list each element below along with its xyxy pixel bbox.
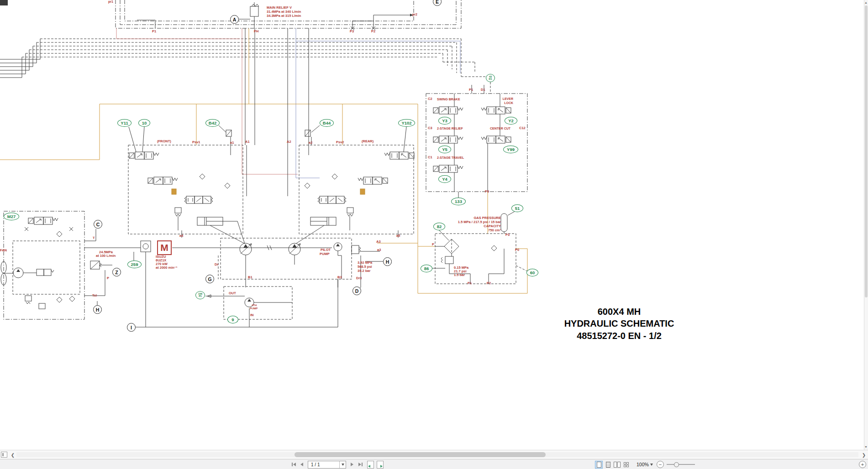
diagram-label: (REAR) (362, 140, 374, 143)
title-line-3: 48515272-0 EN - 1/2 (553, 330, 685, 342)
diagram-label: B3 (337, 276, 342, 279)
diagram-label: 34.3MPa at 315 L/min (267, 14, 301, 18)
diagram-label: 1.5 bar (454, 273, 465, 277)
diagram-label: P3 (505, 233, 510, 237)
diagram-label: 2-STAGE RELIEF (437, 127, 463, 130)
first-page-button[interactable] (289, 460, 298, 469)
diagram-label: IN (250, 313, 254, 317)
diagram-label: C3 (428, 126, 432, 130)
continuous-facing-icon (624, 462, 629, 467)
scroll-down-icon[interactable]: ▼ (864, 445, 868, 449)
diagram-label: at 100 L/min (96, 254, 116, 258)
circuit-point-badge-G: G (205, 275, 214, 283)
diagram-label: P1 (468, 281, 472, 285)
diagram-label: P0 (485, 190, 489, 193)
single-page-view-button[interactable] (595, 461, 603, 469)
diagram-label: CAPACITY (484, 224, 501, 228)
diagram-label: 3.92 MPa (358, 261, 372, 265)
diagram-label: LOCK (504, 101, 513, 104)
diagram-label: Dr (215, 263, 218, 266)
single-page-icon (597, 462, 601, 468)
zoom-slider[interactable] (667, 461, 695, 468)
diagram-label: pr2 (412, 13, 417, 16)
zoom-level-value[interactable]: 100% (637, 462, 649, 467)
diagram-label: OUT (229, 292, 236, 295)
diagram-label: a3 (377, 248, 381, 252)
component-badge-Y102: Y102 (398, 119, 415, 127)
diagram-label: CENTER CUT (490, 127, 510, 130)
zoom-level-dropdown[interactable]: 100% (637, 462, 653, 467)
document-canvas: MAIN RELIEF V31.4MPa at 340 L/min34.3MPa… (0, 0, 868, 450)
previous-view-button[interactable] (367, 461, 374, 469)
diagram-label: P1 (152, 30, 156, 33)
diagram-label: 39.2 bar (358, 269, 370, 273)
component-badge-Y99: Y99 (503, 146, 518, 153)
facing-view-button[interactable] (613, 461, 621, 469)
continuous-facing-view-button[interactable] (622, 461, 630, 469)
component-badge-Y5: Y5 (438, 146, 451, 153)
page-dropdown-icon[interactable] (339, 461, 346, 468)
previous-view-arrow-icon (368, 465, 370, 468)
diagram-label: MAIN RELIEF V (267, 6, 292, 10)
scroll-up-icon[interactable]: ▲ (864, 0, 868, 5)
diagram-label: a2 (309, 141, 312, 145)
component-badge-B44: B44 (320, 119, 334, 127)
diagram-label: pr1 (108, 0, 113, 3)
diagram-label: C1 (428, 156, 432, 159)
facing-pages-icon (614, 462, 621, 468)
diagram-label: P (107, 276, 109, 280)
next-view-button[interactable] (377, 461, 384, 469)
last-page-button[interactable] (356, 460, 364, 469)
horizontal-scroll-track[interactable] (16, 452, 858, 457)
horizontal-scroll-thumb[interactable] (295, 452, 546, 457)
vertical-scroll-thumb[interactable] (865, 5, 868, 297)
circuit-point-badge-C: C (94, 220, 102, 229)
component-badge-82: 82 (433, 223, 445, 230)
component-badge-Y2: Y2 (505, 117, 517, 125)
diagram-label: PILOT (321, 248, 331, 252)
circuit-point-badge-Z: Z (112, 268, 121, 276)
diagram-label: a4 (179, 234, 183, 238)
horizontal-scrollbar-row: ❮ ❯ (0, 450, 868, 459)
component-badge-Y3: Y3 (438, 117, 451, 125)
component-badge-259: 259 (127, 261, 142, 268)
component-badge-9: 9 (227, 316, 238, 323)
previous-page-button[interactable] (298, 460, 306, 469)
diagram-label: GAS PRESSURE (473, 216, 501, 220)
diagram-label: P3 (350, 30, 354, 33)
component-badge-Y4: Y4 (438, 175, 451, 183)
next-view-arrow-icon (380, 465, 383, 468)
diagram-label: Psv1 (192, 141, 200, 144)
next-page-button[interactable] (348, 460, 356, 469)
viewer-toolbar: 1 / 1 100% − + (0, 459, 868, 469)
component-badge-51: 51 (511, 204, 523, 212)
page-corner-icon[interactable] (1, 452, 7, 458)
diagram-label: P2 (371, 30, 375, 33)
diagram-label: LEVER (503, 97, 513, 100)
component-badge-86: 86 (421, 265, 432, 272)
component-badge-B42: B42 (205, 119, 220, 127)
diagram-label: A2 (287, 140, 291, 144)
diagram-label: P0 (515, 248, 519, 252)
circuit-point-badge-H: H (383, 257, 392, 266)
diagram-label: Dr3 (356, 276, 362, 280)
page-number-value[interactable]: 1 / 1 (308, 462, 339, 467)
engine-symbol: M (157, 240, 172, 255)
diagram-label: 568.5 psi (358, 265, 372, 269)
diagram-label: C2 (428, 97, 432, 101)
zoom-slider-track (667, 464, 695, 465)
title-block: 600X4 MH HYDRAULIC SCHEMATIC 48515272-0 … (553, 306, 685, 342)
vertical-scrollbar[interactable]: ▲ ▼ (864, 0, 868, 450)
diagram-label: Tcl (92, 294, 97, 297)
zoom-slider-knob[interactable] (674, 462, 679, 467)
circuit-point-badge-H: H (93, 305, 102, 314)
page-number-field[interactable]: 1 / 1 (308, 461, 346, 469)
zoom-in-button[interactable]: + (859, 461, 866, 468)
scroll-right-icon[interactable]: ❯ (860, 451, 868, 459)
continuous-view-button[interactable] (604, 461, 612, 469)
diagram-label: 31.4MPa at 340 L/min (267, 10, 301, 14)
diagram-label: at 2000 min⁻¹ (156, 266, 177, 270)
scroll-left-icon[interactable]: ❮ (9, 451, 16, 459)
zoom-out-button[interactable]: − (657, 461, 664, 468)
component-badge-Y11: Y11 (117, 119, 132, 127)
